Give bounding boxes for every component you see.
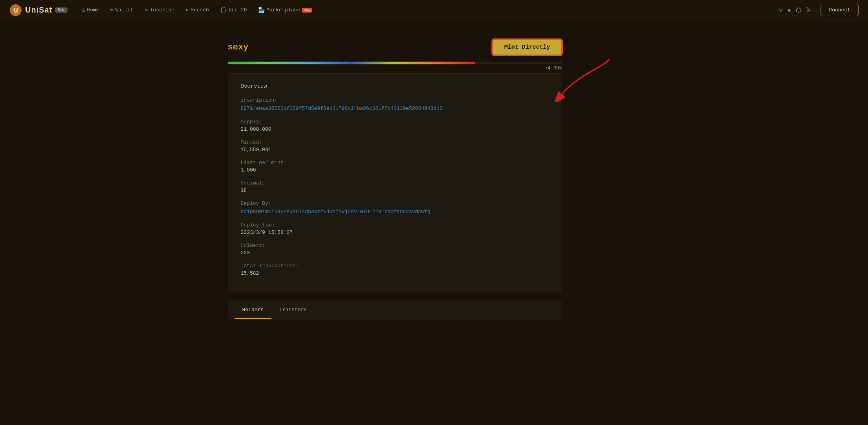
logo-text: UniSat [25, 5, 52, 15]
overview-title: Overview [241, 83, 549, 89]
twitter-icon[interactable]: 𝕏 [806, 6, 811, 14]
home-icon: ⌂ [82, 7, 85, 13]
unisat-logo-icon: U [9, 4, 22, 16]
field-supply: Supply: 21,000,000 [241, 119, 549, 132]
progress-bar-fill [228, 62, 475, 64]
token-header: sexy Mint Directly [228, 39, 562, 55]
navbar: U UniSat Beta ⌂ Home ▭ Wallet ✎ Inscribe… [0, 0, 868, 20]
deploy-by-link[interactable]: bc1p8n01mci68ynsyd6l4ghaatzv4pn71vj2dv4w… [241, 209, 431, 215]
nav-wallet[interactable]: ▭ Wallet [106, 4, 138, 16]
mint-directly-button[interactable]: Mint Directly [492, 39, 562, 55]
red-arrow-annotation [554, 55, 617, 102]
wallet-icon: ▭ [110, 7, 113, 13]
decimal-value: 18 [241, 188, 549, 193]
nav-links: ⌂ Home ▭ Wallet ✎ Inscribe ⌕ Search {} b… [77, 4, 776, 16]
svg-text:U: U [13, 7, 18, 14]
tab-holders[interactable]: Holders [235, 301, 272, 319]
nav-brc20[interactable]: {} brc-20 [215, 5, 252, 16]
progress-container: 74.09% [228, 62, 562, 71]
progress-bar-bg [228, 62, 562, 64]
deploy-time-label: Deploy Time: [241, 222, 549, 228]
holders-label: Holders: [241, 243, 549, 248]
field-total-tx: Total Transactions: 15,582 [241, 263, 549, 276]
nav-home[interactable]: ⌂ Home [77, 5, 104, 16]
nav-marketplace[interactable]: 🏪 Marketplace new [253, 4, 317, 16]
field-deploy-by: Deploy By: bc1p8n01mci68ynsyd6l4ghaatzv4… [241, 201, 549, 215]
github-icon[interactable]: ▽ [779, 6, 783, 14]
beta-badge: Beta [55, 7, 67, 13]
tabs-card: Holders Transfers [228, 301, 562, 319]
connect-button[interactable]: Connect [821, 4, 859, 16]
inscribe-icon: ✎ [145, 7, 148, 13]
overview-card: Overview inscription: 89714ebaa3522S1f06… [228, 73, 562, 293]
inscription-link[interactable]: 89714ebaa3522S1f069f57dSe9f8ac31796c24ba… [241, 106, 443, 111]
field-limit: Limit per mint: 1,000 [241, 160, 549, 173]
decimal-label: Decimal: [241, 180, 549, 186]
nav-search[interactable]: ⌕ Search [181, 4, 214, 16]
new-badge: new [302, 8, 312, 13]
tabs-header: Holders Transfers [228, 301, 562, 319]
progress-percentage: 74.09% [228, 66, 562, 71]
total-tx-label: Total Transactions: [241, 263, 549, 269]
token-name: sexy [228, 42, 249, 52]
header-right: Mint Directly [492, 39, 562, 55]
tab-transfers[interactable]: Transfers [271, 301, 315, 319]
main-content: sexy Mint Directly 74.09% Overview inscr… [218, 20, 650, 335]
field-deploy-time: Deploy Time: 2023/3/9 15:58:27 [241, 222, 549, 235]
limit-value: 1,000 [241, 167, 549, 173]
supply-value: 21,000,000 [241, 126, 549, 132]
minted-label: Minted: [241, 139, 549, 145]
holders-value: 203 [241, 250, 549, 256]
minted-value: 15,559,031 [241, 147, 549, 153]
content-area: sexy Mint Directly 74.09% Overview inscr… [228, 39, 562, 319]
search-nav-icon: ⌕ [186, 7, 189, 13]
field-inscription: inscription: 89714ebaa3522S1f069f57dSe9f… [241, 97, 549, 112]
page-content: sexy Mint Directly 74.09% Overview inscr… [228, 39, 641, 319]
nav-inscribe[interactable]: ✎ Inscribe [140, 4, 179, 16]
deploy-by-label: Deploy By: [241, 201, 549, 206]
field-holders: Holders: 203 [241, 243, 549, 256]
discord-icon[interactable]: ◈ [788, 6, 792, 14]
field-minted: Minted: 15,559,031 [241, 139, 549, 153]
social-icons: ▽ ◈ ⬡ 𝕏 [779, 6, 811, 14]
marketplace-icon: 🏪 [258, 7, 265, 13]
logo-area: U UniSat Beta [9, 4, 67, 16]
right-panel [562, 39, 641, 319]
limit-label: Limit per mint: [241, 160, 549, 166]
field-decimal: Decimal: 18 [241, 180, 549, 193]
discord2-icon[interactable]: ⬡ [796, 6, 801, 14]
total-tx-value: 15,582 [241, 270, 549, 276]
deploy-time-value: 2023/3/9 15:58:27 [241, 230, 549, 235]
supply-label: Supply: [241, 119, 549, 125]
brc20-icon: {} [220, 7, 227, 13]
inscription-label: inscription: [241, 97, 549, 103]
